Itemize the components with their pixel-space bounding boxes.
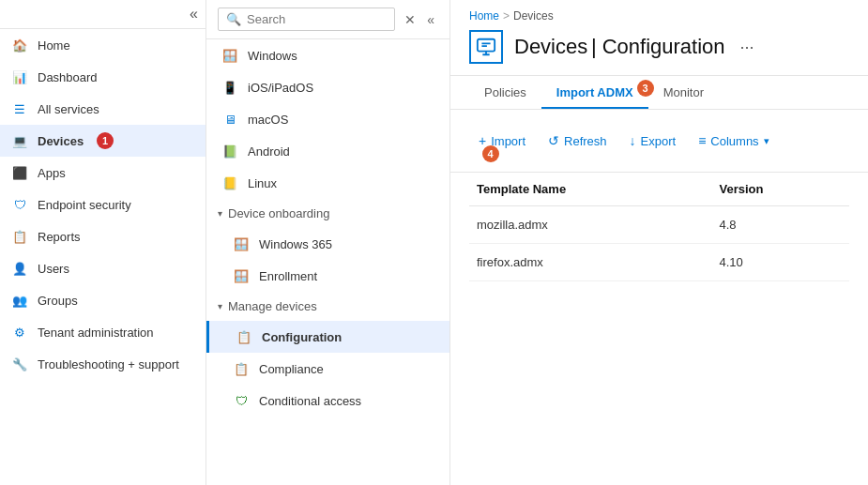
search-input[interactable] [247, 12, 387, 26]
sidebar-item-dashboard[interactable]: 📊 Dashboard [0, 61, 206, 93]
table-row[interactable]: firefox.admx 4.10 [469, 244, 849, 281]
breadcrumb-current: Devices [513, 9, 554, 23]
search-collapse-button[interactable]: « [423, 10, 438, 29]
sidebar-item-label: All services [38, 102, 99, 116]
nav-item-windows-365[interactable]: 🪟 Windows 365 [206, 228, 449, 260]
sidebar: « 🏠 Home 📊 Dashboard ☰ All services 💻 De… [0, 0, 206, 485]
nav-label: Windows 365 [259, 237, 332, 251]
export-label: Export [641, 134, 677, 148]
section-label: Device onboarding [228, 206, 329, 220]
apps-icon: ⬛ [11, 164, 28, 181]
breadcrumb-home[interactable]: Home [469, 9, 499, 23]
windows365-icon: 🪟 [233, 235, 250, 252]
section-manage-devices[interactable]: ▾ Manage devices [206, 292, 449, 321]
sidebar-item-groups[interactable]: 👥 Groups [0, 284, 206, 316]
main-content: Home > Devices Devices | Configuration ·… [450, 0, 868, 485]
enrollment-icon: 🪟 [233, 267, 250, 284]
page-header: Devices | Configuration ··· [450, 26, 868, 76]
tab-policies[interactable]: Policies [469, 76, 541, 109]
troubleshooting-icon: 🔧 [11, 356, 28, 372]
sidebar-collapse-button[interactable]: « [190, 6, 198, 23]
middle-panel: 🔍 ✕ « 🪟 Windows 📱 iOS/iPadOS 🖥 macOS 📗 A… [206, 0, 450, 485]
search-box[interactable]: 🔍 [218, 8, 395, 31]
breadcrumb-separator: > [503, 9, 510, 23]
nav-item-ios-ipados[interactable]: 📱 iOS/iPadOS [206, 71, 449, 103]
tab-monitor[interactable]: Monitor [648, 76, 719, 109]
devices-icon: 💻 [11, 132, 28, 149]
dashboard-icon: 📊 [11, 68, 28, 85]
sidebar-item-troubleshooting-support[interactable]: 🔧 Troubleshooting + support [0, 348, 206, 380]
import-label: Import [491, 134, 525, 148]
page-title-prefix: Devices [514, 35, 587, 58]
nav-item-compliance[interactable]: 📋 Compliance [206, 353, 449, 385]
import-icon: + [479, 133, 486, 148]
sidebar-item-tenant-administration[interactable]: ⚙ Tenant administration [0, 316, 206, 348]
sidebar-item-endpoint-security[interactable]: 🛡 Endpoint security [0, 189, 206, 220]
cell-template-name: firefox.admx [469, 244, 712, 281]
columns-label: Columns [710, 134, 758, 148]
search-actions: ✕ « [401, 10, 438, 29]
tab-label: Policies [484, 85, 526, 99]
tab-import-admx[interactable]: Import ADMX 3 [541, 76, 648, 109]
nav-item-macos[interactable]: 🖥 macOS [206, 103, 449, 135]
toolbar: + Import ↺ Refresh ↓ Export ≡ Columns ▾ … [450, 110, 868, 173]
refresh-button[interactable]: ↺ Refresh [539, 129, 617, 153]
nav-item-linux[interactable]: 📒 Linux [206, 167, 449, 199]
chevron-down-icon: ▾ [218, 208, 222, 219]
sidebar-item-devices[interactable]: 💻 Devices 1 [0, 125, 206, 157]
reports-icon: 📋 [11, 228, 28, 245]
sidebar-collapse-control: « [0, 0, 206, 29]
page-icon [469, 30, 503, 64]
sidebar-item-all-services[interactable]: ☰ All services [0, 93, 206, 125]
all-services-icon: ☰ [11, 100, 28, 117]
sidebar-item-label: Users [38, 262, 69, 276]
tabs-bar: Policies Import ADMX 3 Monitor [450, 76, 868, 110]
devices-badge: 1 [97, 132, 114, 149]
nav-label: Configuration [262, 330, 342, 344]
nav-item-enrollment[interactable]: 🪟 Enrollment [206, 260, 449, 292]
refresh-icon: ↺ [548, 133, 559, 148]
tab-label: Import ADMX [556, 85, 633, 99]
sidebar-item-home[interactable]: 🏠 Home [0, 29, 206, 61]
macos-icon: 🖥 [221, 111, 238, 128]
section-label: Manage devices [228, 299, 317, 313]
svg-rect-0 [478, 39, 495, 52]
page-title-suffix: | Configuration [591, 35, 725, 58]
groups-icon: 👥 [11, 292, 28, 309]
nav-item-configuration[interactable]: 📋 Configuration [206, 321, 449, 353]
table-area: Template Name Version mozilla.admx 4.8 f… [450, 173, 868, 485]
columns-icon: ≡ [698, 133, 706, 148]
refresh-label: Refresh [564, 134, 607, 148]
ios-icon: 📱 [221, 79, 238, 96]
search-icon: 🔍 [226, 12, 241, 26]
endpoint-security-icon: 🛡 [11, 196, 28, 213]
columns-chevron-icon: ▾ [764, 135, 769, 147]
sidebar-item-label: Reports [38, 230, 81, 244]
sidebar-item-label: Apps [38, 166, 66, 180]
sidebar-item-apps[interactable]: ⬛ Apps [0, 157, 206, 189]
nav-item-android[interactable]: 📗 Android [206, 135, 449, 167]
columns-button[interactable]: ≡ Columns ▾ [689, 129, 778, 153]
sidebar-item-users[interactable]: 👤 Users [0, 252, 206, 284]
table-row[interactable]: mozilla.admx 4.8 [469, 206, 849, 244]
sidebar-item-reports[interactable]: 📋 Reports [0, 220, 206, 252]
cell-version: 4.10 [712, 244, 849, 281]
column-header-template-name: Template Name [469, 173, 712, 206]
nav-label: Conditional access [259, 394, 361, 408]
tenant-admin-icon: ⚙ [11, 324, 28, 341]
nav-item-conditional-access[interactable]: 🛡 Conditional access [206, 385, 449, 417]
tab-label: Monitor [663, 85, 704, 99]
more-options-button[interactable]: ··· [740, 38, 754, 57]
compliance-icon: 📋 [233, 360, 250, 377]
sidebar-item-label: Groups [38, 294, 78, 308]
users-icon: 👤 [11, 260, 28, 277]
nav-label: Android [248, 144, 290, 159]
section-device-onboarding[interactable]: ▾ Device onboarding [206, 199, 449, 228]
nav-item-windows[interactable]: 🪟 Windows [206, 39, 449, 71]
import-button[interactable]: + Import [469, 129, 535, 153]
nav-label: macOS [248, 113, 288, 127]
search-clear-button[interactable]: ✕ [401, 10, 419, 29]
home-icon: 🏠 [11, 37, 28, 53]
sidebar-item-label: Tenant administration [38, 326, 154, 340]
export-button[interactable]: ↓ Export [620, 129, 686, 153]
